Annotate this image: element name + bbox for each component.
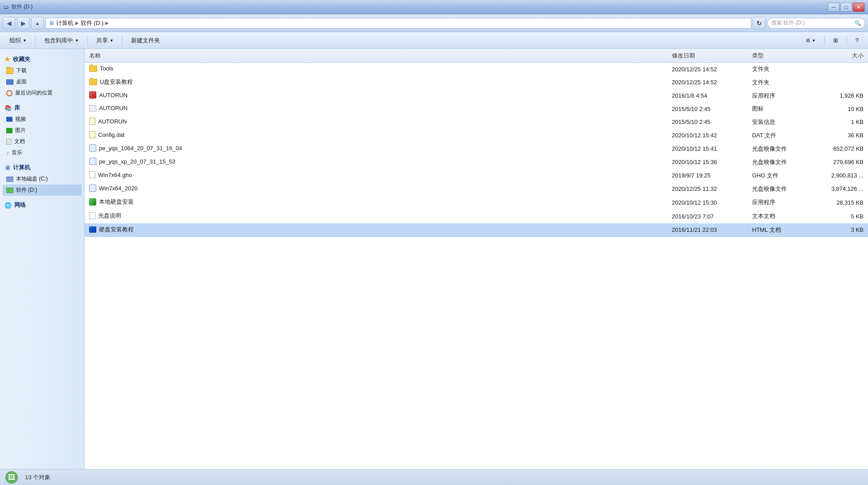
file-name: pe_yqs_xp_20_07_31_15_53 bbox=[99, 158, 175, 165]
file-icon-name: pe_yqs_1064_20_07_31_16_04 bbox=[89, 144, 182, 152]
file-size-cell: 28,315 KB bbox=[810, 196, 868, 210]
table-row[interactable]: Win7x64_2020 2020/12/25 11:32 光盘映像文件 3,8… bbox=[85, 182, 868, 196]
view-button[interactable]: ≡ ▼ bbox=[801, 34, 821, 47]
share-button[interactable]: 共享 ▼ bbox=[91, 34, 119, 47]
file-icon-name: U盘安装教程 bbox=[89, 78, 133, 86]
organize-arrow-icon: ▼ bbox=[23, 38, 27, 43]
table-row[interactable]: AUTORUN 2016/1/8 4:54 应用程序 1,926 KB bbox=[85, 89, 868, 103]
file-icon-name: AUTORUN bbox=[89, 91, 128, 99]
col-modified[interactable]: 修改日期 bbox=[667, 49, 748, 63]
include-library-button[interactable]: 包含到库中 ▼ bbox=[39, 34, 84, 47]
address-path[interactable]: 🖥 计算机 ▶ 软件 (D:) ▶ bbox=[45, 18, 751, 29]
file-name: AUTORUN bbox=[99, 105, 128, 111]
network-icon: 🌐 bbox=[4, 202, 12, 209]
file-name: Win7x64_2020 bbox=[99, 185, 138, 192]
desktop-icon bbox=[6, 79, 13, 85]
table-row[interactable]: 本地硬盘安装 2020/10/12 15:30 应用程序 28,315 KB bbox=[85, 196, 868, 210]
file-type-cell: 文件夹 bbox=[748, 76, 810, 89]
sidebar-item-document[interactable]: 文档 bbox=[3, 136, 82, 147]
file-table: 名称 修改日期 类型 大小 Tools 2020/12/25 14:52 文件夹… bbox=[85, 49, 868, 237]
file-type-cell: 安装信息 bbox=[748, 115, 810, 129]
file-name: AUTORUN bbox=[98, 118, 127, 125]
table-row[interactable]: 光盘说明 2016/10/23 7:07 文本文档 5 KB bbox=[85, 210, 868, 223]
file-name: Config.dat bbox=[98, 132, 124, 138]
sidebar-item-desktop[interactable]: 桌面 bbox=[3, 76, 82, 87]
file-icon-name: Win7x64_2020 bbox=[89, 185, 138, 192]
table-row[interactable]: AUTORUN 2015/5/10 2:45 图标 10 KB bbox=[85, 103, 868, 115]
change-view-button[interactable]: ⊞ bbox=[828, 34, 843, 47]
back-button[interactable]: ◀ bbox=[3, 17, 15, 29]
recent-label: 最近访问的位置 bbox=[15, 89, 53, 97]
file-modified-cell: 2015/5/10 2:45 bbox=[667, 115, 748, 129]
sidebar-item-recent[interactable]: 最近访问的位置 bbox=[3, 87, 82, 99]
table-row[interactable]: Tools 2020/12/25 14:52 文件夹 bbox=[85, 63, 868, 76]
computer-header[interactable]: 🖥 计算机 bbox=[3, 162, 82, 173]
sidebar-item-drive-c[interactable]: 本地磁盘 (C:) bbox=[3, 173, 82, 185]
favorites-star-icon: ★ bbox=[4, 56, 10, 63]
sidebar-item-music[interactable]: ♪ 音乐 bbox=[3, 147, 82, 158]
view-arrow-icon: ▼ bbox=[812, 38, 816, 43]
file-name-cell: Win7x64_2020 bbox=[85, 182, 667, 196]
file-type-cell: 光盘映像文件 bbox=[748, 142, 810, 156]
table-row[interactable]: pe_yqs_1064_20_07_31_16_04 2020/10/12 15… bbox=[85, 142, 868, 156]
table-row[interactable]: pe_yqs_xp_20_07_31_15_53 2020/10/12 15:3… bbox=[85, 156, 868, 169]
titlebar-title: 软件 (D:) bbox=[12, 3, 33, 11]
file-modified-cell: 2020/12/25 14:52 bbox=[667, 63, 748, 76]
col-size[interactable]: 大小 bbox=[810, 49, 868, 63]
file-modified-cell: 2019/9/7 19:25 bbox=[667, 169, 748, 182]
file-modified-cell: 2020/10/12 15:42 bbox=[667, 129, 748, 142]
col-name[interactable]: 名称 bbox=[85, 49, 667, 63]
address-bar: ◀ ▶ ▲ 🖥 计算机 ▶ 软件 (D:) ▶ ↻ 搜索 软件 (D:) 🔍 bbox=[0, 14, 868, 32]
image-icon bbox=[6, 128, 12, 133]
refresh-button[interactable]: ↻ bbox=[753, 17, 765, 29]
sidebar-item-video[interactable]: 视频 bbox=[3, 114, 82, 125]
minimize-button[interactable]: ─ bbox=[828, 3, 839, 12]
statusbar: 🖼 13 个对象 bbox=[0, 469, 868, 485]
file-name: U盘安装教程 bbox=[100, 78, 133, 86]
file-name: AUTORUN bbox=[99, 92, 128, 99]
file-name-cell: Win7x64.gho bbox=[85, 169, 667, 182]
file-modified-cell: 2015/5/10 2:45 bbox=[667, 103, 748, 115]
library-header[interactable]: 📚 库 bbox=[3, 102, 82, 114]
file-name-cell: 硬盘安装教程 bbox=[85, 223, 667, 237]
include-label: 包含到库中 bbox=[44, 37, 73, 45]
downloads-folder-icon bbox=[6, 68, 13, 74]
file-table-header: 名称 修改日期 类型 大小 bbox=[85, 49, 868, 63]
file-modified-cell: 2020/12/25 11:32 bbox=[667, 182, 748, 196]
sidebar-item-drive-d[interactable]: 软件 (D:) bbox=[3, 185, 82, 196]
table-row[interactable]: U盘安装教程 2020/12/25 14:52 文件夹 bbox=[85, 76, 868, 89]
forward-button[interactable]: ▶ bbox=[17, 17, 29, 29]
help-button[interactable]: ? bbox=[851, 34, 864, 47]
file-icon-name: Config.dat bbox=[89, 131, 124, 138]
table-row[interactable]: AUTORUN 2015/5/10 2:45 安装信息 1 KB bbox=[85, 115, 868, 129]
sidebar-item-downloads[interactable]: 下载 bbox=[3, 65, 82, 76]
file-type-cell: 文本文档 bbox=[748, 210, 810, 223]
search-box[interactable]: 搜索 软件 (D:) 🔍 bbox=[767, 18, 865, 29]
status-count: 13 个对象 bbox=[25, 473, 50, 481]
file-list: 名称 修改日期 类型 大小 Tools 2020/12/25 14:52 文件夹… bbox=[85, 49, 868, 469]
file-size-cell bbox=[810, 76, 868, 89]
help-icon: ? bbox=[856, 37, 859, 44]
file-name-cell: pe_yqs_1064_20_07_31_16_04 bbox=[85, 142, 667, 156]
file-name: Win7x64.gho bbox=[98, 172, 132, 178]
favorites-header[interactable]: ★ 收藏夹 bbox=[3, 53, 82, 65]
network-header[interactable]: 🌐 网络 bbox=[3, 199, 82, 211]
new-folder-button[interactable]: 新建文件夹 bbox=[126, 34, 165, 47]
file-name-cell: pe_yqs_xp_20_07_31_15_53 bbox=[85, 156, 667, 169]
maximize-button[interactable]: □ bbox=[840, 3, 852, 12]
sidebar-item-image[interactable]: 图片 bbox=[3, 125, 82, 136]
table-row[interactable]: Win7x64.gho 2019/9/7 19:25 GHO 文件 2,900,… bbox=[85, 169, 868, 182]
up-button[interactable]: ▲ bbox=[31, 17, 44, 29]
file-name: Tools bbox=[100, 65, 113, 72]
file-icon-name: 本地硬盘安装 bbox=[89, 198, 134, 206]
table-row[interactable]: Config.dat 2020/10/12 15:42 DAT 文件 36 KB bbox=[85, 129, 868, 142]
table-row[interactable]: 硬盘安装教程 2016/11/21 22:03 HTML 文档 3 KB bbox=[85, 223, 868, 237]
file-type-cell: 应用程序 bbox=[748, 196, 810, 210]
file-icon-name: Tools bbox=[89, 65, 113, 72]
organize-button[interactable]: 组织 ▼ bbox=[4, 34, 32, 47]
col-type[interactable]: 类型 bbox=[748, 49, 810, 63]
file-name-cell: 本地硬盘安装 bbox=[85, 196, 667, 210]
close-button[interactable]: ✕ bbox=[853, 3, 864, 12]
file-modified-cell: 2016/11/21 22:03 bbox=[667, 223, 748, 237]
file-icon-name: 光盘说明 bbox=[89, 212, 121, 220]
